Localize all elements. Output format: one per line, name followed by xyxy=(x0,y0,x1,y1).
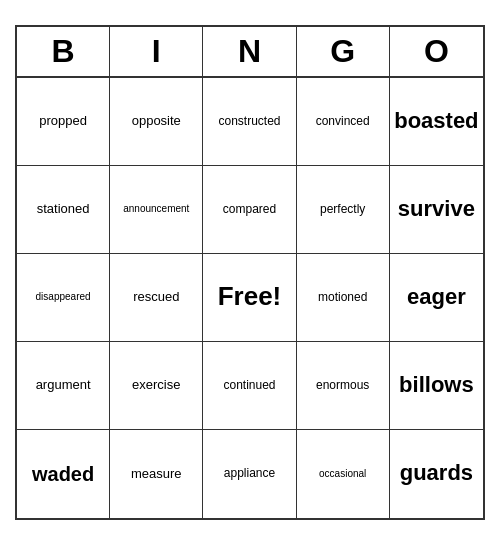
cell-text: measure xyxy=(131,466,182,482)
bingo-card: BINGO proppedoppositeconstructedconvince… xyxy=(15,25,485,520)
cell-text: survive xyxy=(398,196,475,222)
cell-text: eager xyxy=(407,284,466,310)
bingo-cell: billows xyxy=(390,342,483,430)
bingo-cell: boasted xyxy=(390,78,483,166)
cell-text: announcement xyxy=(123,203,189,215)
cell-text: enormous xyxy=(316,378,369,392)
cell-text: propped xyxy=(39,113,87,129)
header-letter: G xyxy=(297,27,390,76)
bingo-cell: disappeared xyxy=(17,254,110,342)
header-letter: B xyxy=(17,27,110,76)
cell-text: rescued xyxy=(133,289,179,305)
cell-text: boasted xyxy=(394,108,478,134)
bingo-cell: measure xyxy=(110,430,203,518)
bingo-cell: continued xyxy=(203,342,296,430)
bingo-cell: compared xyxy=(203,166,296,254)
cell-text: appliance xyxy=(224,466,275,480)
bingo-cell: survive xyxy=(390,166,483,254)
bingo-cell: announcement xyxy=(110,166,203,254)
bingo-cell: perfectly xyxy=(297,166,390,254)
bingo-cell: stationed xyxy=(17,166,110,254)
cell-text: constructed xyxy=(218,114,280,128)
cell-text: guards xyxy=(400,460,473,486)
cell-text: disappeared xyxy=(36,291,91,303)
bingo-header: BINGO xyxy=(17,27,483,78)
header-letter: O xyxy=(390,27,483,76)
header-letter: N xyxy=(203,27,296,76)
bingo-cell: motioned xyxy=(297,254,390,342)
cell-text: perfectly xyxy=(320,202,365,216)
bingo-cell: exercise xyxy=(110,342,203,430)
bingo-grid: proppedoppositeconstructedconvincedboast… xyxy=(17,78,483,518)
cell-text: compared xyxy=(223,202,276,216)
bingo-cell: argument xyxy=(17,342,110,430)
cell-text: exercise xyxy=(132,377,180,393)
cell-text: motioned xyxy=(318,290,367,304)
cell-text: convinced xyxy=(316,114,370,128)
bingo-cell: appliance xyxy=(203,430,296,518)
bingo-cell: guards xyxy=(390,430,483,518)
header-letter: I xyxy=(110,27,203,76)
bingo-cell: occasional xyxy=(297,430,390,518)
bingo-cell: eager xyxy=(390,254,483,342)
cell-text: argument xyxy=(36,377,91,393)
cell-text: Free! xyxy=(218,281,282,312)
cell-text: stationed xyxy=(37,201,90,217)
bingo-cell: constructed xyxy=(203,78,296,166)
cell-text: waded xyxy=(32,462,94,486)
bingo-cell: Free! xyxy=(203,254,296,342)
bingo-cell: convinced xyxy=(297,78,390,166)
bingo-cell: propped xyxy=(17,78,110,166)
cell-text: continued xyxy=(223,378,275,392)
bingo-cell: opposite xyxy=(110,78,203,166)
bingo-cell: waded xyxy=(17,430,110,518)
cell-text: billows xyxy=(399,372,474,398)
bingo-cell: rescued xyxy=(110,254,203,342)
cell-text: occasional xyxy=(319,468,366,480)
cell-text: opposite xyxy=(132,113,181,129)
bingo-cell: enormous xyxy=(297,342,390,430)
